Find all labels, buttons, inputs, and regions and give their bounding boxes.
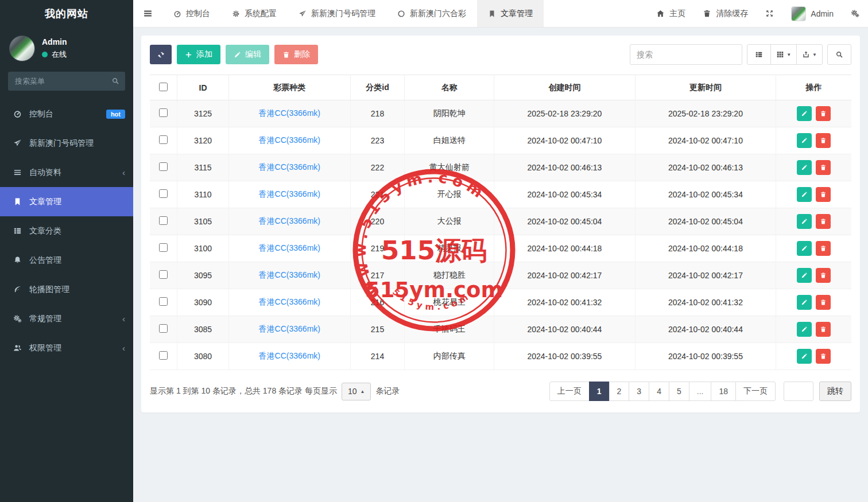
- table-search-input[interactable]: [630, 44, 742, 65]
- page-button-3[interactable]: 3: [629, 382, 649, 401]
- delete-row-button[interactable]: [816, 214, 831, 229]
- delete-row-button[interactable]: [816, 322, 831, 337]
- refresh-button[interactable]: [150, 45, 172, 64]
- settings-button[interactable]: [842, 0, 868, 27]
- delete-row-button[interactable]: [816, 268, 831, 283]
- row-checkbox[interactable]: [159, 216, 168, 225]
- cell-updated-at: 2025-02-18 23:29:20: [635, 100, 776, 127]
- lottery-type-link[interactable]: 香港CC(3366mk): [259, 270, 320, 279]
- lottery-type-link[interactable]: 香港CC(3366mk): [259, 351, 320, 360]
- add-button[interactable]: 添加: [177, 45, 220, 64]
- search-submit-button[interactable]: [827, 44, 851, 65]
- tab-4[interactable]: 文章管理: [477, 0, 544, 27]
- page-button-1[interactable]: 1: [589, 382, 610, 401]
- edit-row-button[interactable]: [797, 214, 812, 229]
- page-button-5[interactable]: 5: [669, 382, 689, 401]
- sidebar-item-2[interactable]: 自动资料‹: [0, 158, 133, 187]
- page-button-18[interactable]: 18: [711, 382, 736, 401]
- tab-label: 新新澳门号码管理: [311, 9, 375, 19]
- edit-row-button[interactable]: [797, 160, 812, 175]
- lottery-type-link[interactable]: 香港CC(3366mk): [259, 297, 320, 306]
- edit-row-button[interactable]: [797, 349, 812, 364]
- edit-row-button[interactable]: [797, 187, 812, 202]
- detail-view-button[interactable]: [747, 44, 771, 65]
- user-avatar[interactable]: [9, 36, 35, 61]
- chevron-left-icon: ‹: [122, 344, 125, 352]
- delete-row-button[interactable]: [816, 241, 831, 256]
- lottery-type-link[interactable]: 香港CC(3366mk): [259, 216, 320, 225]
- sidebar-item-6[interactable]: 轮播图管理: [0, 275, 133, 304]
- delete-row-button[interactable]: [816, 295, 831, 310]
- lottery-type-link[interactable]: 香港CC(3366mk): [259, 108, 320, 118]
- tab-3[interactable]: 新新澳门六合彩: [386, 0, 477, 27]
- row-checkbox[interactable]: [159, 135, 168, 144]
- lottery-type-link[interactable]: 香港CC(3366mk): [259, 189, 320, 199]
- tab-2[interactable]: 新新澳门号码管理: [288, 0, 386, 27]
- records-table: ID彩票种类分类id名称创建时间更新时间操作 3125香港CC(3366mk)2…: [150, 75, 851, 370]
- tab-1[interactable]: 系统配置: [221, 0, 288, 27]
- app-root: 我的网站 Admin 在线 控制台hot新新澳门号码管理自动资料‹文章管理文章分…: [0, 0, 868, 502]
- sidebar-item-0[interactable]: 控制台hot: [0, 99, 133, 129]
- delete-row-button[interactable]: [816, 160, 831, 175]
- delete-row-button[interactable]: [816, 133, 831, 148]
- delete-row-button[interactable]: [816, 106, 831, 121]
- page-button-4[interactable]: 4: [649, 382, 669, 401]
- page-button-2[interactable]: 2: [609, 382, 630, 401]
- th-list-icon: [755, 50, 763, 59]
- page-jump-input[interactable]: [784, 382, 813, 401]
- row-checkbox[interactable]: [159, 189, 168, 198]
- sidebar-toggle-button[interactable]: [133, 0, 162, 27]
- clear-cache-button[interactable]: 清除缓存: [694, 0, 757, 27]
- sidebar-item-7[interactable]: 常规管理‹: [0, 304, 133, 333]
- column-header-5: 更新时间: [635, 75, 776, 100]
- menu-search-input[interactable]: [8, 72, 125, 91]
- home-link[interactable]: 主页: [648, 0, 694, 27]
- sidebar-item-4[interactable]: 文章分类: [0, 216, 133, 246]
- lottery-type-link[interactable]: 香港CC(3366mk): [259, 243, 320, 252]
- fullscreen-button[interactable]: [757, 0, 782, 27]
- delete-row-button[interactable]: [816, 187, 831, 202]
- row-checkbox[interactable]: [159, 243, 168, 252]
- cell-name: 黄大仙射箭: [405, 154, 494, 181]
- fullscreen-icon: [765, 9, 774, 18]
- page-button-下一页[interactable]: 下一页: [735, 382, 776, 401]
- page-button-上一页[interactable]: 上一页: [549, 382, 590, 401]
- gauge-icon: [13, 110, 22, 118]
- sidebar-item-8[interactable]: 权限管理‹: [0, 333, 133, 363]
- row-checkbox[interactable]: [159, 297, 168, 306]
- cell-id: 3125: [177, 100, 229, 127]
- row-checkbox[interactable]: [159, 108, 168, 117]
- delete-row-button[interactable]: [816, 349, 831, 364]
- row-checkbox[interactable]: [159, 270, 168, 279]
- edit-row-button[interactable]: [797, 133, 812, 148]
- edit-row-button[interactable]: [797, 295, 812, 310]
- trash-icon: [820, 218, 827, 225]
- edit-row-button[interactable]: [797, 106, 812, 121]
- page-jump-button[interactable]: 跳转: [819, 382, 851, 401]
- row-checkbox[interactable]: [159, 351, 168, 360]
- per-page-dropdown[interactable]: 10 ▲: [342, 383, 371, 400]
- sidebar-item-label: 权限管理: [29, 343, 61, 353]
- sidebar-item-1[interactable]: 新新澳门号码管理: [0, 129, 133, 158]
- edit-button[interactable]: 编辑: [226, 45, 269, 64]
- tab-label: 系统配置: [245, 9, 277, 19]
- cell-category-id: 221: [350, 181, 404, 208]
- cell-name: 精灵报: [405, 235, 494, 262]
- delete-button[interactable]: 删除: [274, 45, 318, 64]
- cell-created-at: 2024-10-02 00:40:44: [494, 316, 636, 343]
- row-checkbox[interactable]: [159, 324, 168, 333]
- export-button[interactable]: ▼: [796, 44, 823, 65]
- lottery-type-link[interactable]: 香港CC(3366mk): [259, 135, 320, 145]
- lottery-type-link[interactable]: 香港CC(3366mk): [259, 324, 320, 333]
- edit-row-button[interactable]: [797, 241, 812, 256]
- sidebar-item-3[interactable]: 文章管理: [0, 187, 133, 216]
- columns-button[interactable]: ▼: [770, 44, 797, 65]
- lottery-type-link[interactable]: 香港CC(3366mk): [259, 162, 320, 172]
- row-checkbox[interactable]: [159, 162, 168, 171]
- user-menu[interactable]: Admin: [782, 0, 842, 27]
- tab-0[interactable]: 控制台: [162, 0, 221, 27]
- edit-row-button[interactable]: [797, 322, 812, 337]
- select-all-checkbox[interactable]: [159, 83, 168, 91]
- edit-row-button[interactable]: [797, 268, 812, 283]
- sidebar-item-5[interactable]: 公告管理: [0, 246, 133, 275]
